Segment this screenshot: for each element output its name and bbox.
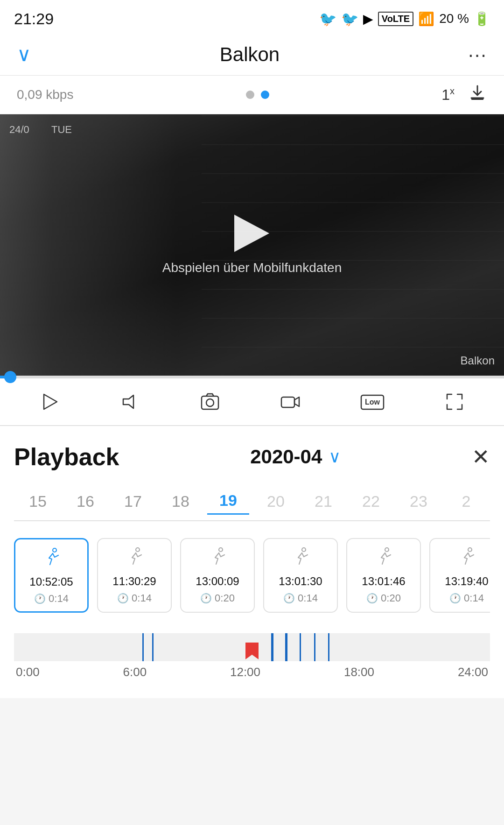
motion-icon-2 bbox=[207, 547, 228, 570]
play-icon[interactable] bbox=[234, 215, 269, 252]
timeline[interactable]: 0:006:0012:0018:0024:00 bbox=[14, 633, 490, 687]
playback-section: Playback 2020-04 ∨ ✕ 1516171819202122232… bbox=[0, 426, 504, 698]
video-frame: Abspielen über Mobilfunkdaten 24/0 TUE B… bbox=[0, 114, 504, 376]
timeline-label-3: 18:00 bbox=[344, 665, 374, 679]
calendar-day-18[interactable]: 18 bbox=[160, 489, 202, 514]
calendar-day-17[interactable]: 17 bbox=[112, 489, 154, 514]
video-progress-bar[interactable] bbox=[0, 376, 504, 378]
clock-icon-1: 🕐 bbox=[117, 593, 129, 604]
svg-rect-0 bbox=[471, 98, 483, 100]
svg-marker-7 bbox=[294, 397, 299, 406]
signal-icon: 📶 bbox=[418, 11, 434, 27]
svg-point-10 bbox=[53, 548, 56, 552]
motion-icon-4 bbox=[373, 547, 394, 570]
mute-button[interactable] bbox=[119, 392, 140, 412]
playback-title: Playback bbox=[14, 443, 119, 471]
event-duration-4: 🕐0:20 bbox=[366, 592, 401, 604]
playback-date: 2020-04 bbox=[250, 446, 322, 468]
event-time-0: 10:52:05 bbox=[29, 574, 73, 589]
info-bar: 0,09 kbps 1x bbox=[0, 76, 504, 114]
event-card-5[interactable]: 13:19:40🕐0:14 bbox=[429, 538, 490, 613]
event-card-0[interactable]: 10:52:05🕐0:14 bbox=[14, 538, 89, 613]
event-duration-1: 🕐0:14 bbox=[117, 592, 152, 604]
battery-icon: 🔋 bbox=[474, 11, 490, 27]
motion-icon-3 bbox=[290, 547, 311, 570]
event-duration-5: 🕐0:14 bbox=[449, 592, 484, 604]
svg-point-12 bbox=[219, 548, 223, 552]
svg-point-11 bbox=[136, 548, 140, 552]
event-duration-0: 🕐0:14 bbox=[34, 593, 69, 605]
controls-bar: Low bbox=[0, 378, 504, 426]
svg-point-15 bbox=[468, 548, 472, 552]
svg-point-14 bbox=[385, 548, 389, 552]
play-button-overlay[interactable]: Abspielen über Mobilfunkdaten bbox=[162, 215, 342, 275]
status-icons: 🐦 🐦 ▶ VoLTE 📶 20 % 🔋 bbox=[319, 11, 490, 27]
clock-icon-2: 🕐 bbox=[200, 593, 212, 604]
cursor-bookmark-icon bbox=[242, 641, 262, 661]
download-button[interactable] bbox=[468, 83, 487, 106]
page-title: Balkon bbox=[220, 43, 280, 66]
playback-speed[interactable]: 1x bbox=[441, 86, 455, 104]
calendar-divider bbox=[14, 520, 490, 521]
events-row: 10:52:05🕐0:14 11:30:29🕐0:14 13:00:09🕐0:2… bbox=[14, 538, 490, 620]
progress-handle[interactable] bbox=[4, 371, 16, 383]
timeline-label-4: 24:00 bbox=[458, 665, 488, 679]
timeline-event-1 bbox=[142, 633, 144, 661]
calendar-day-22[interactable]: 22 bbox=[350, 489, 392, 514]
svg-marker-1 bbox=[44, 394, 57, 409]
quality-button[interactable]: Low bbox=[360, 392, 385, 412]
status-time: 21:29 bbox=[14, 10, 54, 28]
calendar-day-2[interactable]: 2 bbox=[445, 489, 487, 514]
play-pause-button[interactable] bbox=[39, 392, 60, 412]
indicator-dots bbox=[246, 91, 269, 99]
svg-rect-4 bbox=[202, 396, 218, 409]
calendar-day-16[interactable]: 16 bbox=[64, 489, 106, 514]
event-time-4: 13:01:46 bbox=[362, 574, 405, 588]
calendar-day-15[interactable]: 15 bbox=[17, 489, 59, 514]
status-bar: 21:29 🐦 🐦 ▶ VoLTE 📶 20 % 🔋 bbox=[0, 0, 504, 34]
timeline-label-2: 12:00 bbox=[230, 665, 260, 679]
calendar-day-19[interactable]: 19 bbox=[207, 488, 249, 515]
info-right: 1x bbox=[441, 83, 487, 106]
dot-1 bbox=[246, 91, 254, 99]
playback-header: Playback 2020-04 ∨ ✕ bbox=[14, 443, 490, 471]
event-time-3: 13:01:30 bbox=[279, 574, 322, 588]
svg-marker-2 bbox=[123, 395, 133, 408]
event-card-1[interactable]: 11:30:29🕐0:14 bbox=[97, 538, 172, 613]
date-chevron-icon[interactable]: ∨ bbox=[329, 447, 341, 467]
timeline-event-3 bbox=[271, 633, 273, 661]
timeline-track[interactable] bbox=[14, 633, 490, 661]
close-playback-button[interactable]: ✕ bbox=[472, 444, 490, 469]
svg-point-5 bbox=[206, 399, 214, 406]
calendar-day-23[interactable]: 23 bbox=[398, 489, 440, 514]
top-nav: ∨ Balkon ··· bbox=[0, 34, 504, 76]
calendar-day-20[interactable]: 20 bbox=[255, 489, 297, 514]
fullscreen-button[interactable] bbox=[444, 392, 465, 412]
screenshot-button[interactable] bbox=[200, 392, 220, 412]
event-card-2[interactable]: 13:00:09🕐0:20 bbox=[180, 538, 255, 613]
clock-icon-3: 🕐 bbox=[283, 593, 295, 604]
video-player[interactable]: Abspielen über Mobilfunkdaten 24/0 TUE B… bbox=[0, 114, 504, 376]
video-day: TUE bbox=[51, 124, 72, 136]
timeline-event-7 bbox=[328, 633, 329, 661]
back-chevron[interactable]: ∨ bbox=[17, 43, 31, 66]
twitter-icon-1: 🐦 bbox=[319, 11, 336, 27]
play-status-icon: ▶ bbox=[363, 11, 373, 27]
event-card-3[interactable]: 13:01:30🕐0:14 bbox=[263, 538, 338, 613]
battery-text: 20 % bbox=[439, 11, 469, 26]
video-timestamp: 24/0 bbox=[9, 124, 29, 136]
volte-badge: VoLTE bbox=[378, 12, 413, 26]
date-selector[interactable]: 2020-04 ∨ bbox=[250, 446, 341, 468]
event-duration-2: 🕐0:20 bbox=[200, 592, 235, 604]
svg-point-13 bbox=[302, 548, 306, 552]
event-duration-3: 🕐0:14 bbox=[283, 592, 318, 604]
calendar-day-21[interactable]: 21 bbox=[302, 489, 344, 514]
more-menu-button[interactable]: ··· bbox=[468, 43, 487, 66]
event-time-1: 11:30:29 bbox=[112, 574, 156, 588]
motion-icon-0 bbox=[41, 548, 62, 571]
timeline-labels: 0:006:0012:0018:0024:00 bbox=[14, 665, 490, 679]
play-mobile-data-text: Abspielen über Mobilfunkdaten bbox=[162, 260, 342, 275]
record-button[interactable] bbox=[280, 392, 301, 412]
event-card-4[interactable]: 13:01:46🕐0:20 bbox=[346, 538, 421, 613]
video-scene[interactable]: Abspielen über Mobilfunkdaten bbox=[0, 114, 504, 376]
